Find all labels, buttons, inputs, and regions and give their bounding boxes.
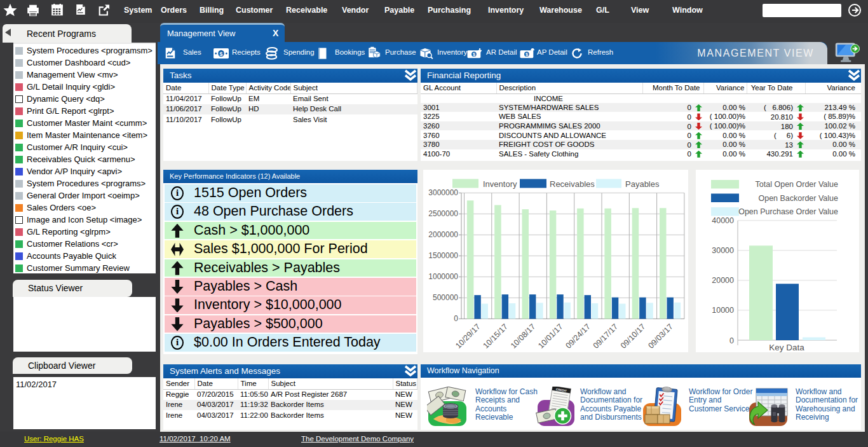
svg-text:3000000: 3000000 xyxy=(428,188,458,197)
svg-text:20000: 20000 xyxy=(712,276,734,285)
svg-text:1500000: 1500000 xyxy=(428,251,458,260)
svg-text:10/29/17: 10/29/17 xyxy=(454,322,482,350)
svg-text:10/08/17: 10/08/17 xyxy=(509,322,537,350)
svg-text:40000: 40000 xyxy=(712,216,734,225)
svg-text:Total Open Order Value: Total Open Order Value xyxy=(756,180,838,189)
svg-text:09/17/17: 09/17/17 xyxy=(592,322,620,350)
svg-text:$: $ xyxy=(526,52,528,57)
svg-text:$: $ xyxy=(220,50,224,57)
svg-text:30000: 30000 xyxy=(712,246,734,255)
svg-text:0: 0 xyxy=(454,314,458,323)
svg-text:1000000: 1000000 xyxy=(428,272,458,281)
svg-text:Receivables: Receivables xyxy=(550,179,595,189)
svg-text:09/03/17: 09/03/17 xyxy=(646,322,674,350)
svg-text:Open Backorder Value: Open Backorder Value xyxy=(758,194,838,203)
svg-text:500000: 500000 xyxy=(433,293,458,302)
svg-text:2500000: 2500000 xyxy=(428,209,458,218)
svg-text:2000000: 2000000 xyxy=(428,230,458,239)
svg-text:09/24/17: 09/24/17 xyxy=(564,322,592,350)
svg-text:10/01/17: 10/01/17 xyxy=(536,322,564,350)
svg-text:$: $ xyxy=(473,52,475,57)
svg-text:10/15/17: 10/15/17 xyxy=(482,322,510,350)
svg-text:Payables: Payables xyxy=(625,179,660,189)
svg-text:Key Data: Key Data xyxy=(769,343,804,352)
svg-text:09/10/17: 09/10/17 xyxy=(619,322,647,350)
svg-text:0: 0 xyxy=(729,336,734,345)
svg-text:Inventory: Inventory xyxy=(483,179,517,189)
svg-text:Open Purchase Order Value: Open Purchase Order Value xyxy=(738,207,838,216)
svg-text:10000: 10000 xyxy=(712,306,734,315)
